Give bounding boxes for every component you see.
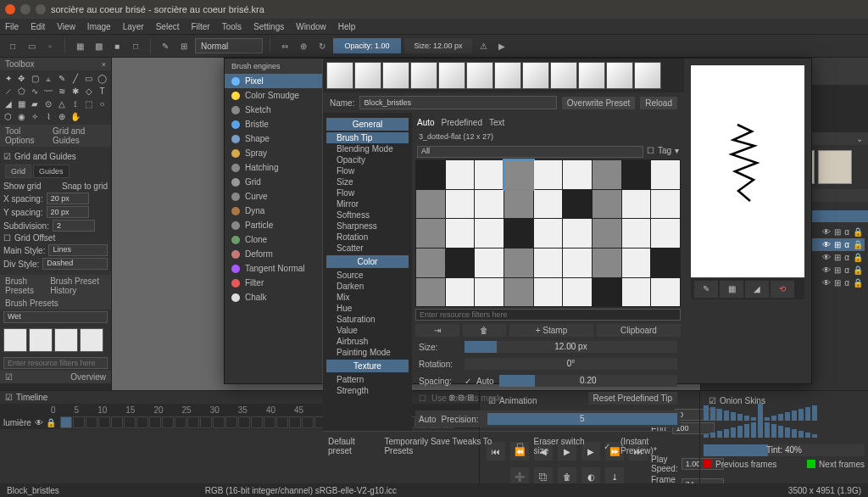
prop-darken[interactable]: Darken — [326, 281, 409, 292]
edit-shapes-icon[interactable]: ◇ — [82, 85, 95, 98]
brush-tip-cell[interactable] — [504, 278, 533, 307]
prop-blending-mode[interactable]: Blending Mode — [326, 143, 409, 154]
hdr-icon[interactable]: ⚠ — [476, 38, 491, 53]
wrap-icon[interactable]: ↻ — [314, 38, 330, 53]
brush-tip-cell[interactable] — [593, 219, 621, 248]
brush-tip-cell[interactable] — [563, 278, 592, 307]
brush-tip-cell[interactable] — [446, 219, 475, 248]
x-spacing-input[interactable] — [47, 193, 89, 204]
preset-item[interactable] — [326, 62, 353, 89]
engine-tangent-normal[interactable]: Tangent Normal — [225, 261, 322, 276]
brush-tip-cell[interactable] — [475, 160, 504, 189]
select-poly-icon[interactable]: ⬡ — [2, 110, 14, 123]
snap-check[interactable]: Snap to grid — [62, 181, 108, 191]
brush-tip-cell[interactable] — [446, 278, 475, 307]
pattern-edit-icon[interactable]: ▦ — [15, 98, 28, 110]
brush-tip-cell[interactable] — [622, 160, 651, 189]
color-picker-icon[interactable]: ⊙ — [42, 98, 55, 110]
prop-pattern[interactable]: Pattern — [326, 374, 409, 385]
opacity-slider[interactable]: Opacity: 1.00 — [333, 38, 401, 53]
brush-tip-cell[interactable] — [622, 278, 651, 307]
workspace-icon[interactable]: ⊞ — [176, 38, 192, 53]
transform-free-icon[interactable]: ▢ — [29, 72, 42, 85]
brush-tip-cell[interactable] — [504, 248, 533, 277]
select-rect-icon[interactable]: ⬚ — [82, 98, 95, 110]
fill-tool-icon[interactable]: ▰ — [29, 98, 42, 110]
brush-tip-cell[interactable] — [593, 278, 621, 307]
checkbox-icon[interactable]: ☑ — [3, 152, 11, 161]
brush-tip-cell[interactable] — [563, 190, 592, 219]
brush-tip-cell[interactable] — [446, 160, 475, 189]
import-icon[interactable]: ⇥ — [415, 324, 459, 337]
brush-tip-cell[interactable] — [563, 160, 592, 189]
stamp-button[interactable]: + Stamp — [509, 324, 593, 337]
guides-tab[interactable]: Guides — [33, 165, 70, 178]
prop-painting-mode[interactable]: Painting Mode — [326, 347, 409, 358]
show-grid-check[interactable]: Show grid — [3, 181, 41, 191]
main-style-select[interactable]: Lines — [48, 244, 108, 256]
engine-color-smudge[interactable]: Color Smudge — [225, 88, 322, 103]
menu-help[interactable]: Help — [338, 22, 356, 31]
brush-tip-cell[interactable] — [446, 248, 475, 277]
freehand-path-icon[interactable]: 〰 — [42, 85, 55, 98]
preset-item[interactable] — [382, 62, 409, 89]
preset-item[interactable] — [494, 62, 521, 89]
brush-tip-cell[interactable] — [593, 160, 621, 189]
brush-tip-cell[interactable] — [504, 219, 533, 248]
brush-tip-cell[interactable] — [534, 190, 563, 219]
ellipse-tool-icon[interactable]: ◯ — [96, 72, 108, 85]
precision-slider[interactable]: 5 — [487, 413, 677, 425]
preset-thumb[interactable] — [80, 328, 103, 352]
engine-dyna[interactable]: Dyna — [225, 204, 322, 218]
menu-window[interactable]: Window — [296, 22, 326, 31]
clipboard-button[interactable]: Clipboard — [597, 324, 681, 337]
temp-save-button[interactable]: Temporarily Save Tweaks To Presets — [384, 437, 505, 455]
prop-flow[interactable]: Flow — [326, 187, 409, 198]
tab-predefined[interactable]: Predefined — [442, 118, 482, 127]
prop-sharpness[interactable]: Sharpness — [326, 221, 409, 232]
mirror-h-icon[interactable]: ⇔ — [277, 38, 292, 53]
play-icon[interactable]: ▶ — [494, 38, 509, 53]
crop-tool-icon[interactable]: ⟁ — [42, 72, 55, 85]
engine-sketch[interactable]: Sketch — [225, 103, 322, 117]
brush-name-input[interactable] — [359, 96, 556, 109]
prop-strength[interactable]: Strength — [326, 385, 409, 396]
delete-icon[interactable]: 🗑 — [463, 324, 507, 337]
prop-flow[interactable]: Flow — [326, 165, 409, 176]
select-contig-icon[interactable]: ✧ — [29, 110, 42, 123]
grid-tab[interactable]: Grid — [5, 165, 31, 178]
brush-tip-cell[interactable] — [593, 248, 621, 277]
prop-softness[interactable]: Softness — [326, 209, 409, 221]
pattern-icon[interactable]: ▩ — [91, 38, 106, 53]
size-slider[interactable]: Size: 12.00 px — [404, 38, 472, 53]
move-tool-icon[interactable]: ✥ — [15, 72, 28, 85]
menu-settings[interactable]: Settings — [253, 22, 284, 31]
text-tool-icon[interactable]: T — [96, 85, 108, 98]
measure-tool-icon[interactable]: ⟟ — [69, 98, 81, 110]
polyline-tool-icon[interactable]: ⟋ — [2, 85, 14, 98]
tab-text[interactable]: Text — [489, 118, 504, 127]
brush-tip-cell[interactable] — [651, 248, 680, 277]
brush-tip-cell[interactable] — [475, 190, 504, 219]
prop-mirror[interactable]: Mirror — [326, 198, 409, 209]
reset-tip-button[interactable]: Reset Predefined Tip — [588, 392, 677, 405]
tool-options-tab[interactable]: Tool Options — [5, 126, 46, 145]
pan-tool-icon[interactable]: ✋ — [69, 110, 81, 123]
brush-tip-cell[interactable] — [416, 219, 445, 248]
brush-tip-cell[interactable] — [651, 160, 680, 189]
preset-item[interactable] — [438, 62, 465, 89]
transform-tool-icon[interactable]: ✦ — [2, 72, 14, 85]
preset-thumb[interactable] — [3, 328, 27, 352]
preset-group-select[interactable]: Wet — [3, 311, 108, 323]
engine-curve[interactable]: Curve — [225, 189, 322, 204]
engine-filter[interactable]: Filter — [225, 276, 322, 290]
prop-value[interactable]: Value — [326, 325, 409, 336]
window-minimize-icon[interactable] — [20, 4, 31, 14]
select-outline-icon[interactable]: ○ — [96, 98, 108, 110]
brush-tip-cell[interactable] — [534, 278, 563, 307]
brush-tip-cell[interactable] — [446, 190, 475, 219]
brush-tip-cell[interactable] — [622, 190, 651, 219]
brush-editor-icon[interactable]: ✎ — [158, 38, 173, 53]
brush-tip-cell[interactable] — [651, 219, 680, 248]
brush-tip-cell[interactable] — [504, 160, 533, 189]
